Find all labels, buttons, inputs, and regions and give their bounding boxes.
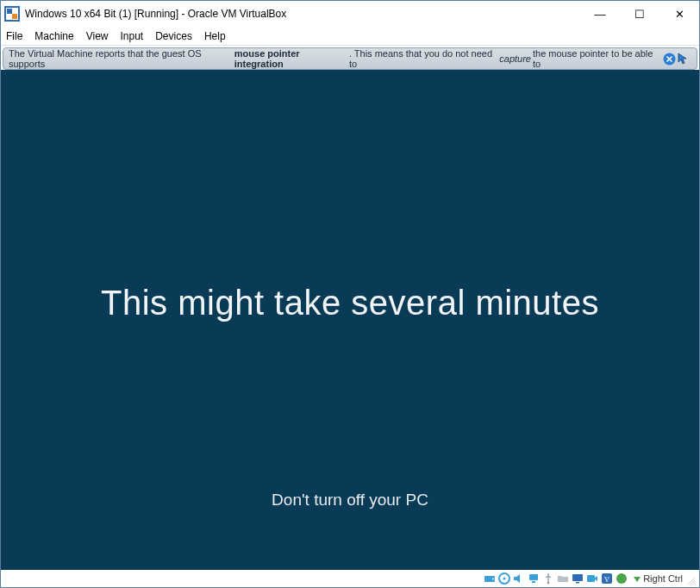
window-title: Windows 10 x64 Bit (1) [Running] - Oracl… bbox=[25, 8, 580, 20]
menu-file[interactable]: File bbox=[6, 30, 22, 42]
infobar-text-bold: mouse pointer integration bbox=[234, 48, 347, 69]
infobar-text-pre: The Virtual Machine reports that the gue… bbox=[9, 48, 233, 69]
statusbar: V Right Ctrl bbox=[1, 570, 699, 587]
menu-input[interactable]: Input bbox=[121, 30, 144, 42]
virtualbox-app-icon bbox=[4, 6, 20, 22]
titlebar[interactable]: Windows 10 x64 Bit (1) [Running] - Oracl… bbox=[1, 1, 699, 27]
close-button[interactable]: ✕ bbox=[659, 1, 699, 27]
svg-point-11 bbox=[547, 582, 550, 585]
svg-text:V: V bbox=[604, 575, 610, 584]
virtualization-icon[interactable]: V bbox=[600, 572, 614, 585]
svg-point-8 bbox=[503, 578, 506, 580]
svg-point-6 bbox=[492, 579, 494, 580]
infobar-text-italic: capture bbox=[499, 53, 531, 64]
minimize-button[interactable]: — bbox=[580, 1, 620, 27]
guest-additions-icon[interactable] bbox=[615, 572, 628, 585]
host-key-label: Right Ctrl bbox=[643, 573, 683, 584]
svg-rect-9 bbox=[529, 574, 538, 580]
resize-grip[interactable] bbox=[685, 573, 696, 584]
optical-drive-icon[interactable] bbox=[497, 572, 511, 585]
menu-help[interactable]: Help bbox=[204, 30, 226, 42]
svg-rect-3 bbox=[12, 14, 17, 19]
hard-disk-activity-icon[interactable] bbox=[483, 572, 497, 585]
usb-icon[interactable] bbox=[541, 572, 555, 585]
shared-folders-icon[interactable] bbox=[556, 572, 570, 585]
audio-icon[interactable] bbox=[512, 572, 526, 585]
menu-devices[interactable]: Devices bbox=[155, 30, 192, 42]
svg-rect-2 bbox=[7, 9, 12, 14]
down-arrow-icon bbox=[633, 574, 641, 583]
svg-rect-10 bbox=[532, 581, 535, 583]
maximize-button[interactable]: ☐ bbox=[620, 1, 659, 27]
menu-view[interactable]: View bbox=[86, 30, 109, 42]
svg-rect-12 bbox=[572, 574, 583, 581]
infobar-mouse-icon[interactable] bbox=[678, 52, 691, 66]
infobar-text-mid: . This means that you do not need to bbox=[349, 48, 497, 69]
svg-rect-14 bbox=[587, 575, 595, 582]
windows-update-sub-message: Don't turn off your PC bbox=[272, 491, 428, 510]
svg-rect-13 bbox=[576, 582, 579, 584]
network-icon[interactable] bbox=[527, 572, 541, 585]
display-icon[interactable] bbox=[571, 572, 584, 585]
windows-update-main-message: This might take several minutes bbox=[101, 284, 599, 322]
guest-display[interactable]: This might take several minutes Don't tu… bbox=[1, 70, 699, 570]
menu-machine[interactable]: Machine bbox=[34, 30, 73, 42]
host-key-indicator[interactable]: Right Ctrl bbox=[629, 573, 684, 584]
infobar-dismiss-button[interactable] bbox=[663, 52, 676, 66]
svg-point-17 bbox=[616, 573, 627, 584]
mouse-integration-infobar: The Virtual Machine reports that the gue… bbox=[3, 47, 697, 70]
recording-icon[interactable] bbox=[585, 572, 599, 585]
infobar-text-post: the mouse pointer to be able to bbox=[533, 48, 659, 69]
virtualbox-window: Windows 10 x64 Bit (1) [Running] - Oracl… bbox=[0, 0, 700, 588]
menubar: File Machine View Input Devices Help bbox=[1, 27, 699, 46]
window-controls: — ☐ ✕ bbox=[580, 1, 699, 27]
